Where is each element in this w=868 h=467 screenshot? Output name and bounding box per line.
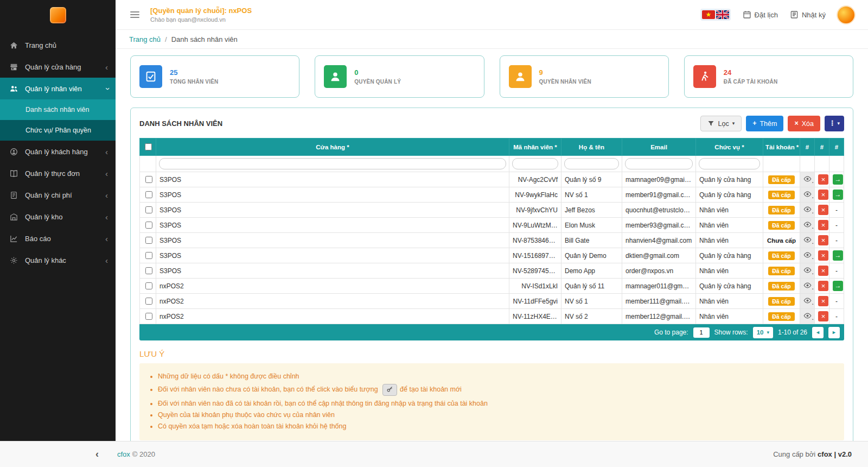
prev-page-button[interactable]: ◄ — [812, 327, 824, 338]
column-header-4[interactable]: Chức vụ * — [696, 138, 763, 156]
warehouse-icon — [10, 213, 18, 221]
chevron-icon: ‹ — [105, 235, 108, 243]
view-button[interactable] — [803, 190, 812, 200]
filter-store-input[interactable] — [159, 158, 506, 169]
sidebar-item-5[interactable]: Quản lý chi phí ‹ — [0, 184, 116, 206]
journal-button[interactable]: Nhật ký — [790, 10, 826, 19]
table-row-3: S3POS NV-9LuWtzMsq Elon Musk member93@gm… — [140, 218, 844, 233]
column-header-7[interactable]: # — [815, 138, 829, 156]
row-checkbox[interactable] — [145, 298, 152, 305]
cell-email: mamnager011@gmail.c... — [622, 279, 696, 294]
column-header-3[interactable]: Email — [622, 138, 696, 156]
delete-row-button[interactable]: × — [818, 250, 828, 261]
grant-account-button[interactable]: → — [833, 281, 843, 291]
sidebar-item-0[interactable]: Trang chủ — [0, 34, 116, 56]
eye-icon — [803, 312, 812, 321]
view-button[interactable] — [803, 251, 812, 261]
uk-flag-icon[interactable] — [716, 10, 729, 19]
grant-account-button[interactable]: → — [833, 250, 843, 261]
rows-per-page-select[interactable]: 10 ▾ — [753, 327, 773, 338]
column-header-8[interactable]: # — [829, 138, 844, 156]
row-checkbox[interactable] — [145, 313, 152, 320]
cell-store: nxPOS2 — [156, 294, 509, 309]
view-button[interactable] — [803, 296, 812, 306]
breadcrumb-home-link[interactable]: Trang chủ — [129, 35, 161, 43]
column-header-5[interactable]: Tài khoản * — [763, 138, 800, 156]
hamburger-menu-icon[interactable] — [129, 9, 141, 20]
delete-row-button[interactable]: × — [818, 235, 828, 245]
column-header-6[interactable]: # — [800, 138, 815, 156]
filter-code-input[interactable] — [512, 158, 558, 169]
row-checkbox[interactable] — [145, 222, 152, 229]
schedule-button[interactable]: Đặt lịch — [743, 10, 778, 19]
delete-button[interactable]: × Xóa — [788, 116, 820, 131]
view-button[interactable] — [803, 236, 812, 245]
row-checkbox[interactable] — [145, 252, 152, 259]
main-content: 25 TỔNG NHÂN VIÊN 0 QUYỀN QUẢN LÝ 9 QUYỀ… — [116, 49, 868, 441]
filter-role-input[interactable] — [699, 158, 760, 169]
sidebar-item-7[interactable]: Báo cáo ‹ — [0, 228, 116, 249]
cell-code: NV-8753846190 — [509, 233, 561, 248]
cell-code: NV-1516897043 — [509, 248, 561, 263]
view-button[interactable] — [803, 266, 812, 276]
sidebar-item-4[interactable]: Quản lý thực đơn ‹ — [0, 162, 116, 184]
cfox-link[interactable]: cfox — [117, 450, 130, 458]
sidebar-collapse-button[interactable]: ‹ — [95, 449, 99, 460]
row-checkbox[interactable] — [145, 237, 152, 244]
sidebar-subitem-1[interactable]: Chức vụ/ Phân quyền — [0, 120, 116, 141]
stat-card-1: 0 QUYỀN QUẢN LÝ — [315, 55, 484, 98]
journal-label: Nhật ký — [802, 11, 826, 19]
sidebar-item-3[interactable]: Quản lý khách hàng ‹ — [0, 141, 116, 162]
row-checkbox[interactable] — [145, 267, 152, 274]
grant-account-button[interactable]: → — [833, 190, 843, 200]
view-button[interactable] — [803, 205, 812, 215]
column-header-2[interactable]: Họ & tên — [561, 138, 622, 156]
view-button[interactable] — [803, 220, 812, 230]
filter-button[interactable]: Lọc ▾ — [700, 116, 742, 131]
view-button[interactable] — [803, 175, 812, 185]
column-header-0[interactable]: Cửa hàng * — [156, 138, 509, 156]
delete-row-button[interactable]: × — [818, 205, 828, 215]
language-switcher[interactable] — [700, 9, 731, 21]
cell-role: Nhân viên — [696, 203, 763, 218]
sidebar-item-1[interactable]: Quản lý cửa hàng ‹ — [0, 56, 116, 78]
delete-row-button[interactable]: × — [818, 296, 828, 306]
sidebar-subitem-0[interactable]: Danh sách nhân viên — [0, 99, 116, 120]
next-page-button[interactable]: ► — [828, 327, 840, 338]
sidebar-item-8[interactable]: Quản lý khác ‹ — [0, 249, 116, 271]
view-button[interactable] — [803, 312, 812, 321]
sidebar-item-6[interactable]: Quản lý kho ‹ — [0, 206, 116, 228]
vietnam-flag-icon[interactable] — [702, 10, 715, 19]
view-button[interactable] — [803, 281, 812, 291]
cell-store: S3POS — [156, 233, 509, 248]
report-icon — [10, 235, 18, 243]
row-checkbox[interactable] — [145, 206, 152, 213]
delete-row-button[interactable]: × — [818, 174, 828, 185]
row-checkbox[interactable] — [145, 191, 152, 198]
delete-row-button[interactable]: × — [818, 311, 828, 321]
filter-email-input[interactable] — [625, 158, 693, 169]
add-button[interactable]: + Thêm — [746, 116, 783, 131]
cell-code: NV-9LuWtzMsq — [509, 218, 561, 233]
vertical-dots-icon: ⋮ — [829, 120, 836, 127]
cell-role: Quản lý cửa hàng — [696, 248, 763, 263]
cell-code: NV-Agc2CvVf — [509, 172, 561, 187]
delete-row-button[interactable]: × — [818, 266, 828, 276]
cell-email: member93@gmail.com — [622, 218, 696, 233]
row-checkbox[interactable] — [145, 176, 152, 183]
delete-row-button[interactable]: × — [818, 220, 828, 230]
more-actions-button[interactable]: ⋮ ▾ — [825, 116, 844, 131]
select-all-checkbox[interactable] — [145, 143, 152, 150]
grant-account-button[interactable]: → — [833, 174, 843, 185]
cell-role: Nhân viên — [696, 233, 763, 248]
row-checkbox[interactable] — [145, 282, 152, 289]
user-avatar[interactable] — [838, 7, 854, 23]
column-header-1[interactable]: Mã nhân viên * — [509, 138, 561, 156]
logo-container[interactable] — [0, 0, 116, 30]
sidebar-item-2[interactable]: Quản lý nhân viên ‹ — [0, 78, 116, 99]
delete-row-button[interactable]: × — [818, 190, 828, 200]
create-account-key-button[interactable] — [382, 384, 397, 396]
page-input[interactable] — [693, 327, 710, 338]
filter-name-input[interactable] — [564, 158, 619, 169]
delete-row-button[interactable]: × — [818, 281, 828, 291]
